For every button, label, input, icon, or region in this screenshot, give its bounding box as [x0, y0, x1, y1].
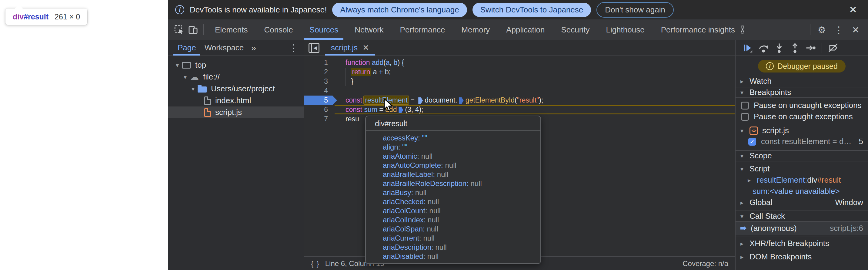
checkbox-unchecked[interactable] — [741, 102, 749, 110]
line-number-gutter[interactable]: 6 — [304, 105, 335, 114]
breakpoint-entry[interactable]: ✓ const resultElement = doc⋯ 5 — [736, 136, 868, 147]
debugger-toolbar — [736, 40, 868, 56]
call-stack-frame[interactable]: (anonymous) script.js:6 — [736, 222, 868, 235]
switch-devtools-japanese-button[interactable]: Switch DevTools to Japanese — [472, 3, 591, 17]
tab-lighthouse[interactable]: Lighthouse — [598, 20, 652, 40]
close-tab-icon[interactable]: ✕ — [363, 43, 369, 53]
inline-breakpoint-icon[interactable] — [418, 97, 423, 104]
navigator-menu-icon[interactable]: ⋮ — [289, 42, 298, 53]
editor-tab-scriptjs[interactable]: script.js ✕ — [325, 40, 375, 56]
inline-breakpoint-icon[interactable] — [459, 97, 464, 104]
scope-var-sum[interactable]: sum: <value unavailable> — [736, 186, 868, 197]
step-over-icon[interactable] — [757, 41, 770, 55]
infobar-close-icon[interactable]: ✕ — [845, 4, 861, 16]
line-number-gutter[interactable]: 4 — [304, 86, 335, 96]
navigator-sidebar: Page Workspace » ⋮ ▾top▾☁file://▾Users/u… — [168, 40, 304, 270]
tab-label: Network — [354, 25, 383, 35]
tab-performance[interactable]: Performance — [392, 20, 454, 40]
tab-elements[interactable]: Elements — [207, 20, 256, 40]
infobar-message: DevTools is now available in Japanese! — [190, 5, 327, 14]
step-icon[interactable] — [804, 41, 817, 55]
tab-security[interactable]: Security — [553, 20, 598, 40]
tree-expand-icon[interactable]: ▾ — [188, 85, 197, 92]
code-text[interactable]: const resultElement = document.getElemen… — [335, 96, 735, 105]
section-breakpoints[interactable]: ▾ Breakpoints — [736, 87, 868, 98]
more-options-icon[interactable]: ⋮ — [830, 25, 848, 35]
breakpoint-file-group[interactable]: ▾ <> script.js — [736, 125, 868, 136]
code-text[interactable]: const sum = add(3, 4); — [335, 105, 735, 114]
line-number: 6 — [324, 106, 328, 114]
section-call-stack[interactable]: ▾ Call Stack — [736, 211, 868, 222]
tree-item-script-js[interactable]: script.js — [168, 107, 304, 118]
checkbox-unchecked[interactable] — [741, 113, 749, 121]
tree-expand-icon[interactable]: ▾ — [181, 73, 190, 81]
property-value: "" — [422, 134, 427, 142]
always-match-language-button[interactable]: Always match Chrome's language — [332, 3, 467, 17]
frame-glyph — [182, 62, 191, 68]
tab-page[interactable]: Page — [173, 40, 200, 56]
code-area[interactable]: 1function add(a, b) {2 return a + b;3 }4… — [304, 56, 735, 124]
pretty-print-icon[interactable]: { } — [311, 260, 320, 268]
tree-expand-icon[interactable]: ▾ — [173, 62, 182, 69]
line-number-gutter[interactable]: 3 — [304, 77, 335, 86]
pause-caught-label: Pause on caught exceptions — [754, 112, 853, 121]
tree-item-top[interactable]: ▾top — [168, 59, 304, 71]
tab-memory[interactable]: Memory — [453, 20, 498, 40]
property-value: null — [445, 161, 456, 169]
tooltip-element-id: #result — [24, 12, 49, 21]
deactivate-breakpoints-icon[interactable] — [827, 41, 840, 55]
tree-item-users-user-project[interactable]: ▾Users/user/project — [168, 83, 304, 95]
tab-workspace[interactable]: Workspace — [200, 40, 248, 56]
property-name: ariaChecked: — [383, 198, 428, 206]
indent-guide — [345, 68, 349, 77]
chevron-down-icon: ▾ — [740, 213, 749, 220]
pause-caught-row[interactable]: Pause on caught exceptions — [736, 111, 868, 122]
section-watch[interactable]: ▸ Watch — [736, 76, 868, 87]
tab-application[interactable]: Application — [498, 20, 553, 40]
section-xhr-breakpoints[interactable]: ▸ XHR/fetch Breakpoints — [736, 237, 868, 250]
scope-var-resultElement[interactable]: ▸ resultElement: div#result — [736, 175, 868, 186]
step-out-icon[interactable] — [788, 41, 802, 55]
code-text[interactable]: function add(a, b) { — [335, 58, 735, 67]
tab-console[interactable]: Console — [256, 20, 301, 40]
section-scope[interactable]: ▾ Scope — [736, 150, 868, 161]
device-toolbar-icon[interactable] — [186, 23, 200, 37]
step-into-icon[interactable] — [773, 41, 786, 55]
popup-property-row: ariaDisabled: null — [383, 252, 540, 261]
section-dom-breakpoints[interactable]: ▸ DOM Breakpoints — [736, 250, 868, 263]
line-number-gutter[interactable]: 2 — [304, 67, 335, 77]
breakpoint-file-label: script.js — [762, 126, 789, 135]
tree-item-index-html[interactable]: index.html — [168, 95, 304, 107]
popup-property-row: ariaBrailleLabel: null — [383, 170, 540, 179]
scope-script-group[interactable]: ▾ Script — [736, 163, 868, 175]
breakpoints-label: Breakpoints — [749, 88, 791, 97]
breakpoint-marker[interactable]: 5 — [304, 96, 335, 105]
tree-item-file-[interactable]: ▾☁file:// — [168, 71, 304, 83]
dont-show-again-button[interactable]: Don't show again — [596, 2, 674, 18]
code-text[interactable]: } — [335, 77, 735, 86]
close-devtools-icon[interactable]: ✕ — [848, 25, 864, 35]
inline-breakpoint-icon[interactable] — [399, 107, 403, 113]
hide-navigator-icon[interactable]: ◀ — [309, 43, 319, 53]
tab-sources[interactable]: Sources — [301, 20, 346, 40]
popup-property-row: ariaColIndex: null — [383, 215, 540, 224]
line-number: 1 — [324, 59, 328, 66]
line-number-gutter[interactable]: 7 — [304, 114, 335, 124]
checkbox-checked[interactable]: ✓ — [748, 138, 756, 146]
toolbar-separator — [203, 24, 204, 35]
code-token: ) { — [397, 59, 404, 66]
popup-property-row: ariaDescription: null — [383, 243, 540, 252]
tab-network[interactable]: Network — [346, 20, 392, 40]
code-text[interactable] — [335, 86, 735, 96]
more-tabs-icon[interactable]: » — [251, 43, 256, 53]
line-number-gutter[interactable]: 1 — [304, 58, 335, 67]
code-text[interactable]: return a + b; — [335, 67, 735, 77]
tab-performance-insights[interactable]: Performance insights — [653, 20, 755, 40]
resume-script-icon[interactable] — [741, 41, 754, 55]
inspect-element-icon[interactable] — [172, 23, 186, 37]
property-name: ariaAutoComplete: — [383, 161, 445, 169]
mouse-cursor — [382, 98, 395, 113]
pause-uncaught-row[interactable]: Pause on uncaught exceptions — [736, 100, 868, 111]
settings-gear-icon[interactable]: ⚙ — [813, 25, 830, 35]
scope-global-group[interactable]: ▸ Global Window — [736, 197, 868, 208]
